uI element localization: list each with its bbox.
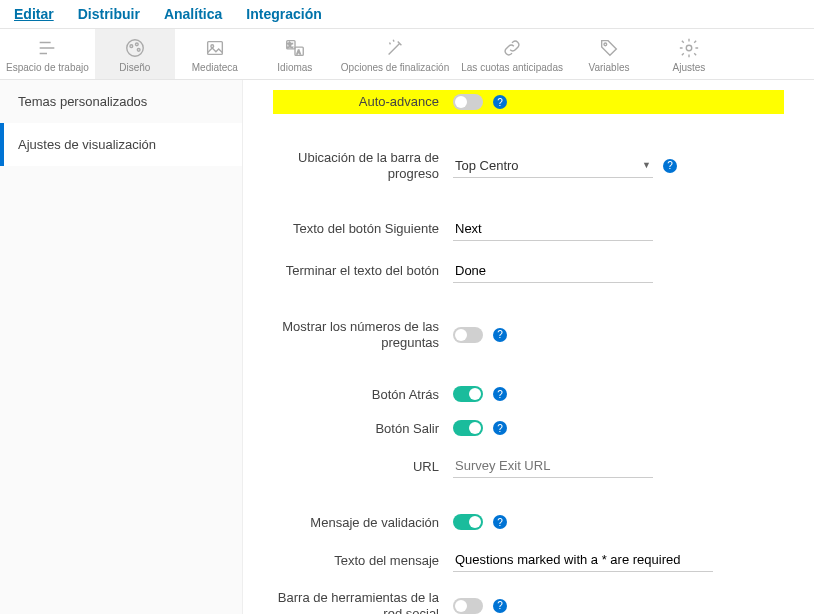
msg-text-input[interactable] bbox=[453, 548, 713, 572]
question-numbers-toggle[interactable] bbox=[453, 327, 483, 343]
help-icon[interactable]: ? bbox=[493, 95, 507, 109]
row-exit-url: URL bbox=[273, 454, 784, 478]
done-button-label: Terminar el texto del botón bbox=[273, 263, 453, 279]
progress-bar-label: Ubicación de la barra de progreso bbox=[273, 150, 453, 181]
sidebar: Temas personalizados Ajustes de visualiz… bbox=[0, 80, 243, 614]
row-validation-msg: Mensaje de validación ? bbox=[273, 514, 784, 530]
social-bar-label: Barra de herramientas de la red social bbox=[273, 590, 453, 614]
validation-msg-label: Mensaje de validación bbox=[273, 515, 453, 531]
validation-msg-toggle[interactable] bbox=[453, 514, 483, 530]
tool-completion[interactable]: Opciones de finalización bbox=[335, 29, 455, 79]
tool-workspace[interactable]: Espacio de trabajo bbox=[0, 29, 95, 79]
row-progress-bar: Ubicación de la barra de progreso Top Ce… bbox=[273, 150, 784, 181]
help-icon[interactable]: ? bbox=[663, 159, 677, 173]
tool-media[interactable]: Mediateca bbox=[175, 29, 255, 79]
gear-icon bbox=[678, 37, 700, 59]
svg-text:A: A bbox=[297, 49, 301, 55]
toolbar: Espacio de trabajo Diseño Mediateca 文A I… bbox=[0, 29, 814, 80]
exit-button-label: Botón Salir bbox=[273, 421, 453, 437]
svg-text:文: 文 bbox=[287, 41, 293, 48]
workspace-icon bbox=[36, 37, 58, 59]
exit-url-label: URL bbox=[273, 459, 453, 475]
chevron-down-icon: ▼ bbox=[642, 160, 651, 170]
svg-point-1 bbox=[130, 45, 133, 48]
svg-point-0 bbox=[127, 40, 144, 57]
settings-form: Auto-advance ? Ubicación de la barra de … bbox=[243, 80, 814, 614]
auto-advance-label: Auto-advance bbox=[273, 94, 453, 110]
next-button-label: Texto del botón Siguiente bbox=[273, 221, 453, 237]
help-icon[interactable]: ? bbox=[493, 421, 507, 435]
tool-settings[interactable]: Ajustes bbox=[649, 29, 729, 79]
image-icon bbox=[204, 37, 226, 59]
tab-analytics[interactable]: Analítica bbox=[164, 6, 222, 22]
link-icon bbox=[501, 37, 523, 59]
tab-distribute[interactable]: Distribuir bbox=[78, 6, 140, 22]
row-auto-advance: Auto-advance ? bbox=[273, 90, 784, 114]
primary-tabs: Editar Distribuir Analítica Integración bbox=[0, 0, 814, 29]
next-button-input[interactable] bbox=[453, 217, 653, 241]
help-icon[interactable]: ? bbox=[493, 328, 507, 342]
row-back-button: Botón Atrás ? bbox=[273, 386, 784, 402]
tool-design[interactable]: Diseño bbox=[95, 29, 175, 79]
help-icon[interactable]: ? bbox=[493, 515, 507, 529]
tab-edit[interactable]: Editar bbox=[14, 6, 54, 22]
row-next-button: Texto del botón Siguiente bbox=[273, 217, 784, 241]
back-button-label: Botón Atrás bbox=[273, 387, 453, 403]
tool-variables[interactable]: Variables bbox=[569, 29, 649, 79]
svg-point-10 bbox=[604, 43, 607, 46]
svg-point-11 bbox=[686, 45, 692, 51]
row-exit-button: Botón Salir ? bbox=[273, 420, 784, 436]
row-social-bar: Barra de herramientas de la red social ? bbox=[273, 590, 784, 614]
msg-text-label: Texto del mensaje bbox=[273, 553, 453, 569]
row-question-numbers: Mostrar los números de las preguntas ? bbox=[273, 319, 784, 350]
question-numbers-label: Mostrar los números de las preguntas bbox=[273, 319, 453, 350]
help-icon[interactable]: ? bbox=[493, 599, 507, 613]
exit-button-toggle[interactable] bbox=[453, 420, 483, 436]
progress-bar-select[interactable]: Top Centro ▼ bbox=[453, 154, 653, 178]
tag-icon bbox=[598, 37, 620, 59]
tool-languages[interactable]: 文A Idiomas bbox=[255, 29, 335, 79]
palette-icon bbox=[124, 37, 146, 59]
help-icon[interactable]: ? bbox=[493, 387, 507, 401]
svg-point-2 bbox=[135, 43, 138, 46]
row-done-button: Terminar el texto del botón bbox=[273, 259, 784, 283]
sidebar-item-themes[interactable]: Temas personalizados bbox=[0, 80, 242, 123]
svg-point-3 bbox=[137, 48, 140, 51]
auto-advance-toggle[interactable] bbox=[453, 94, 483, 110]
done-button-input[interactable] bbox=[453, 259, 653, 283]
translate-icon: 文A bbox=[284, 37, 306, 59]
wand-icon bbox=[384, 37, 406, 59]
sidebar-item-display[interactable]: Ajustes de visualización bbox=[0, 123, 242, 166]
tool-quotas[interactable]: Las cuotas anticipadas bbox=[455, 29, 569, 79]
social-bar-toggle[interactable] bbox=[453, 598, 483, 614]
svg-rect-4 bbox=[208, 42, 223, 55]
back-button-toggle[interactable] bbox=[453, 386, 483, 402]
exit-url-input[interactable] bbox=[453, 454, 653, 478]
tab-integration[interactable]: Integración bbox=[246, 6, 321, 22]
row-msg-text: Texto del mensaje bbox=[273, 548, 784, 572]
